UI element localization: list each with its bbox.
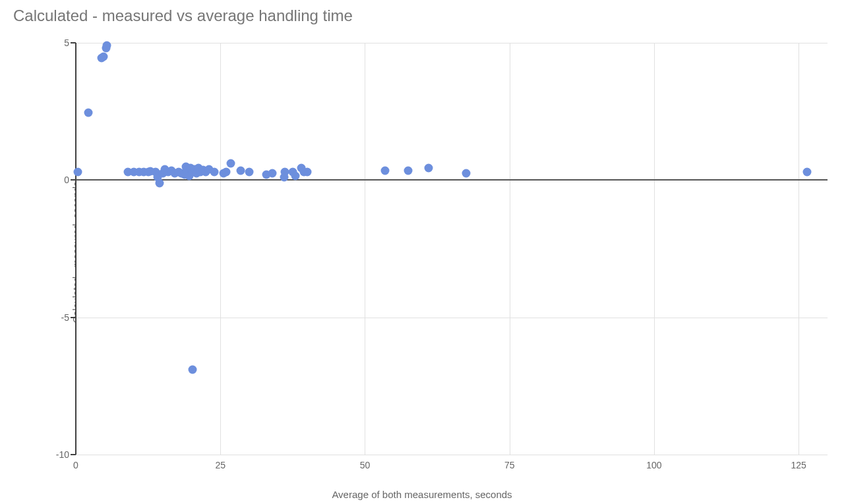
gridline-vertical [220,43,221,455]
gridline-vertical [799,43,799,455]
gridline-vertical [365,43,365,455]
data-point [222,167,231,176]
gridline-horizontal [76,43,828,43]
x-tick-label: 100 [646,455,661,470]
data-point [245,167,254,176]
data-point [156,179,164,187]
data-point [404,166,413,175]
data-point [73,167,82,176]
data-point [189,365,197,374]
gridline-vertical [654,43,655,455]
data-point [227,159,235,168]
x-tick-label: 75 [504,455,515,470]
data-point [291,172,300,181]
data-point [236,166,245,175]
x-tick-label: 125 [791,455,806,470]
gridline-horizontal [76,318,828,318]
y-axis-line [75,43,76,455]
chart-container: Calculated - measured vs average handlin… [0,0,844,504]
gridline-vertical [510,43,510,455]
x-tick-label: 50 [360,455,371,470]
data-point [462,169,470,177]
gridline-horizontal [76,455,828,455]
data-point [268,169,277,177]
chart-title: Calculated - measured vs average handlin… [13,7,353,25]
data-point [303,167,311,176]
data-point [84,109,93,117]
data-point [100,52,108,61]
data-point [210,167,219,176]
plot-area: 0255075100125-10-505 [76,43,828,455]
x-tick-label: 25 [215,455,226,470]
x-axis-label: Average of both measurements, seconds [0,489,844,500]
data-point [424,163,433,172]
data-point [381,166,390,175]
data-point [103,42,111,50]
data-point [803,167,812,176]
